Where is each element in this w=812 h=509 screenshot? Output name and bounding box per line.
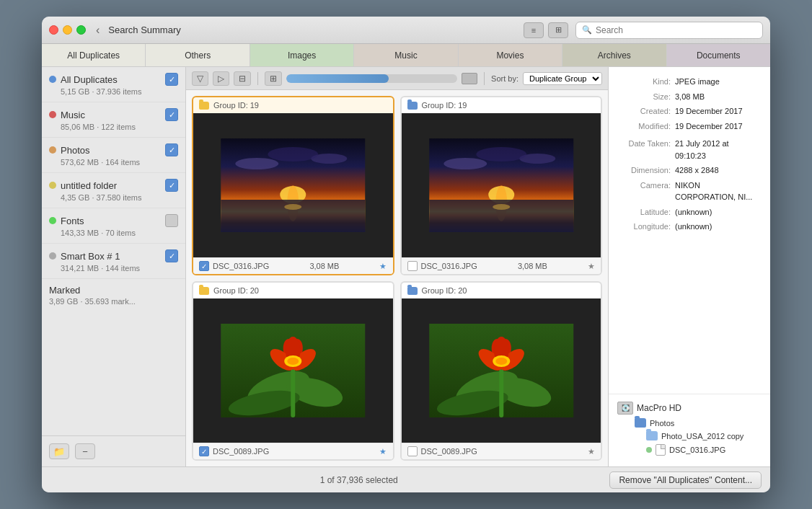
tab-documents[interactable]: Documents [667, 44, 770, 66]
filesize-19-right: 3,08 MB [518, 262, 547, 270]
back-button[interactable]: ‹ [93, 24, 102, 37]
file-checkbox-19-left[interactable]: ✓ [199, 261, 209, 271]
close-button[interactable] [49, 25, 58, 35]
sidebar-add-button[interactable]: 📁 [49, 443, 69, 459]
size-icon[interactable] [462, 73, 477, 84]
sidebar-sub-all-duplicates: 5,15 GB · 37.936 items [49, 87, 178, 96]
group-id-20-left: Group ID: 20 [213, 286, 259, 295]
star-icon-20-right[interactable]: ★ [588, 447, 595, 456]
info-row-latitude: Latitude: (unknown) [617, 206, 762, 218]
filename-19-right: DSC_0316.JPG [421, 262, 477, 270]
tab-images[interactable]: Images [250, 44, 354, 66]
svg-point-7 [284, 204, 301, 210]
sidebar-checkbox-all-duplicates[interactable]: ✓ [165, 73, 178, 86]
remove-button[interactable]: Remove "All Duplicates" Content... [609, 472, 762, 489]
toolbar-right-button[interactable]: ▷ [213, 71, 229, 86]
path-file-icon [656, 444, 666, 456]
svg-point-5 [268, 147, 318, 161]
info-row-dimension: Dimension: 4288 x 2848 [617, 164, 762, 177]
sidebar-item-untitled-folder[interactable]: untitled folder ✓ 4,35 GB · 37.580 items [42, 173, 185, 208]
star-icon-20-left[interactable]: ★ [379, 447, 387, 456]
sunset-image-left [193, 138, 393, 232]
sidebar-item-fonts[interactable]: Fonts 143,33 MB · 70 items [42, 208, 185, 244]
grid-view-button[interactable]: ⊞ [548, 22, 568, 38]
svg-point-11 [443, 158, 487, 169]
path-folder-icon-photos [635, 418, 646, 428]
kind-label: Kind: [617, 76, 675, 88]
dimension-value: 4288 x 2848 [675, 164, 762, 177]
group-card-19-left[interactable]: Group ID: 19 [192, 96, 394, 275]
sidebar-item-marked[interactable]: Marked 3,89 GB · 35.693 mark... [42, 279, 185, 311]
main-window: ‹ Search Summary ≡ ⊞ 🔍 All Duplicates Ot… [42, 17, 770, 492]
group-card-20-left[interactable]: Group ID: 20 [192, 281, 394, 461]
sidebar-item-all-duplicates[interactable]: All Duplicates ✓ 5,15 GB · 37.936 items [42, 67, 185, 102]
path-row-photos: Photos [623, 418, 762, 428]
sidebar-label-fonts: Fonts [61, 216, 84, 226]
svg-rect-20 [291, 367, 295, 417]
toolbar-down-button[interactable]: ▽ [192, 71, 208, 86]
tab-movies[interactable]: Movies [459, 44, 562, 66]
search-input[interactable] [596, 25, 756, 35]
path-folder-photo-usa: Photo_USA_2012 copy [661, 432, 743, 441]
svg-point-15 [493, 204, 510, 210]
sidebar-checkbox-smart-box-1[interactable]: ✓ [165, 249, 178, 262]
sidebar-item-smart-box-1[interactable]: Smart Box # 1 ✓ 314,21 MB · 144 items [42, 244, 185, 279]
sidebar-remove-button[interactable]: − [75, 443, 95, 459]
toolbar-layout-button[interactable]: ⊞ [265, 71, 282, 86]
star-icon-19-left[interactable]: ★ [379, 262, 387, 271]
sunset-image-right [402, 138, 601, 232]
card-footer-20-right: DSC_0089.JPG ★ [402, 443, 601, 459]
latitude-label: Latitude: [617, 206, 675, 218]
flower-image-left [193, 324, 393, 417]
info-panel: Kind: JPEG image Size: 3,08 MB Created: … [609, 67, 770, 394]
path-folder-icon-photo-usa [646, 431, 658, 441]
star-icon-19-right[interactable]: ★ [588, 262, 595, 271]
tab-music[interactable]: Music [354, 44, 458, 66]
toolbar-separator-1 [257, 72, 258, 85]
modified-label: Modified: [617, 120, 675, 133]
minimize-button[interactable] [63, 25, 72, 35]
latitude-value: (unknown) [675, 206, 762, 218]
sidebar-checkbox-fonts[interactable] [165, 214, 178, 227]
sidebar-dot-photos [49, 146, 56, 154]
group-header-19-left: Group ID: 19 [193, 97, 393, 113]
search-bar[interactable]: 🔍 [575, 22, 763, 39]
sidebar-label-all-duplicates: All Duplicates [61, 74, 118, 85]
sidebar-label-smart-box-1: Smart Box # 1 [61, 251, 120, 262]
sidebar-sub-fonts: 143,33 MB · 70 items [49, 229, 178, 237]
file-checkbox-20-right[interactable] [407, 446, 418, 456]
tab-all-duplicates[interactable]: All Duplicates [42, 44, 146, 66]
sidebar-dot-untitled-folder [49, 182, 56, 189]
group-id-19-left: Group ID: 19 [213, 101, 259, 110]
longitude-label: Longitude: [617, 221, 675, 233]
group-card-19-right[interactable]: Group ID: 19 [400, 96, 603, 275]
sidebar-item-music[interactable]: Music ✓ 85,06 MB · 122 items [42, 102, 185, 138]
folder-icon: 📁 [53, 446, 65, 457]
disk-name: MacPro HD [637, 403, 681, 413]
sort-select[interactable]: Duplicate Group [523, 72, 602, 85]
info-row-modified: Modified: 19 December 2017 [617, 120, 762, 133]
file-checkbox-19-right[interactable] [407, 261, 418, 271]
group-header-19-right: Group ID: 19 [402, 97, 601, 113]
sidebar-label-music: Music [61, 110, 85, 120]
group-card-20-right[interactable]: Group ID: 20 [400, 281, 603, 461]
maximize-button[interactable] [76, 25, 86, 35]
sidebar-label-untitled-folder: untitled folder [61, 180, 117, 191]
image-container-20-right [402, 298, 601, 443]
toolbar-grid-button[interactable]: ⊟ [234, 71, 251, 86]
group-header-20-right: Group ID: 20 [402, 283, 601, 298]
sidebar-checkbox-music[interactable]: ✓ [165, 108, 178, 121]
folder-icon-19-left [199, 102, 209, 110]
sidebar-checkbox-photos[interactable]: ✓ [165, 143, 178, 156]
image-container-19-right [402, 113, 601, 257]
list-view-button[interactable]: ≡ [524, 22, 544, 38]
file-checkbox-20-left[interactable]: ✓ [199, 446, 209, 456]
tab-archives[interactable]: Archives [562, 44, 666, 66]
right-panel: Kind: JPEG image Size: 3,08 MB Created: … [608, 67, 770, 466]
svg-point-39 [495, 358, 507, 365]
card-footer-19-right: DSC_0316.JPG 3,08 MB ★ [402, 257, 601, 274]
sidebar-checkbox-untitled-folder[interactable]: ✓ [165, 179, 178, 192]
sidebar-item-photos[interactable]: Photos ✓ 573,62 MB · 164 items [42, 138, 185, 173]
tab-others[interactable]: Others [146, 44, 250, 66]
toolbar: ▽ ▷ ⊟ ⊞ Sort by: Duplicate Group [186, 67, 608, 90]
